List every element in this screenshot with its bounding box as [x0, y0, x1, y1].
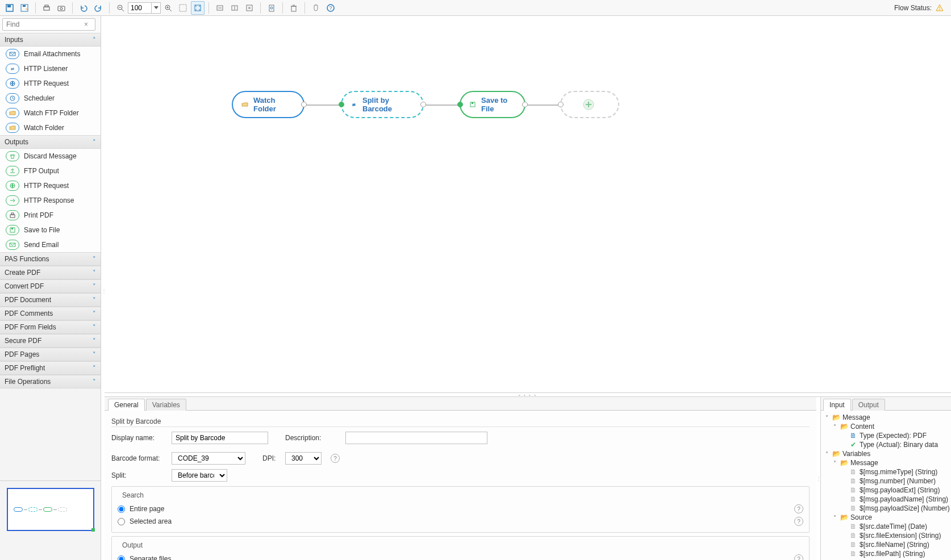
palette-item-http-request[interactable]: HTTP Request — [0, 76, 101, 91]
zoom-dropdown-icon[interactable] — [151, 3, 160, 13]
tree-src-var-1[interactable]: 🗎$[src.fileExtension] (String) — [822, 531, 950, 540]
fit-height-icon[interactable] — [228, 1, 241, 15]
section-title: Split by Barcode — [111, 417, 810, 427]
search-entire-help-icon[interactable]: ? — [794, 504, 803, 513]
overview-thumbnail[interactable] — [0, 480, 101, 560]
palette-item-email-attachments[interactable]: Email Attachments — [0, 47, 101, 61]
save-as-icon[interactable] — [18, 1, 31, 15]
search-entire-label: Entire page — [130, 505, 164, 513]
node-save[interactable]: Save to File — [460, 91, 525, 118]
tree-type-actual[interactable]: ✔Type (Actual): Binary data — [822, 440, 950, 449]
node-add[interactable] — [560, 91, 619, 118]
tree-content[interactable]: ˅📂Content — [822, 422, 950, 431]
print-icon[interactable] — [40, 1, 53, 15]
properties-pane: General Variables Split by Barcode Displ… — [105, 396, 951, 560]
undo-icon[interactable] — [77, 1, 90, 15]
palette-item-http-request[interactable]: HTTP Request — [0, 178, 101, 193]
search-selected-radio[interactable] — [118, 518, 125, 525]
fit-width-icon[interactable] — [213, 1, 227, 15]
flow-canvas[interactable]: Watch Folder⇄Split by BarcodeSave to Fil… — [105, 16, 951, 393]
search-selected-label: Selected area — [130, 517, 172, 525]
zoom-in-icon[interactable] — [161, 1, 175, 15]
description-label: Description: — [285, 434, 340, 442]
svg-rect-39 — [10, 215, 15, 218]
svg-point-21 — [270, 7, 273, 9]
mail-icon — [6, 240, 19, 250]
barcode-format-select[interactable]: CODE_39 — [172, 452, 245, 465]
palette-sidebar: × Inputs˄Email Attachments⇄HTTP Listener… — [0, 16, 101, 560]
tab-input[interactable]: Input — [823, 399, 851, 411]
palette-item-watch-folder[interactable]: Watch Folder — [0, 120, 101, 135]
display-name-field[interactable] — [172, 432, 268, 444]
svg-rect-20 — [269, 5, 274, 11]
tab-variables[interactable]: Variables — [146, 399, 186, 411]
tree-variables[interactable]: ˅📂Variables — [822, 449, 950, 458]
category-pas-functions[interactable]: PAS Functions˅ — [0, 252, 101, 266]
category-pdf-document[interactable]: PDF Document˅ — [0, 293, 101, 307]
zoom-out-icon[interactable] — [114, 1, 127, 15]
clear-find-icon[interactable]: × — [84, 20, 88, 28]
split-select[interactable]: Before barcode — [172, 469, 227, 482]
globe-icon — [6, 181, 19, 191]
category-pdf-comments[interactable]: PDF Comments˅ — [0, 307, 101, 320]
zoom-marquee-icon[interactable] — [176, 1, 190, 15]
palette-item-send-email[interactable]: Send Email — [0, 237, 101, 252]
palette-item-ftp-output[interactable]: FTP Output — [0, 164, 101, 178]
palette-item-http-listener[interactable]: ⇄HTTP Listener — [0, 61, 101, 76]
category-convert-pdf[interactable]: Convert PDF˅ — [0, 279, 101, 293]
validate-icon[interactable] — [265, 1, 278, 15]
zoom-input[interactable] — [128, 2, 161, 14]
redo-icon[interactable] — [91, 1, 105, 15]
tree-message[interactable]: ˅📂Message — [822, 413, 950, 422]
palette-item-print-pdf[interactable]: Print PDF — [0, 208, 101, 223]
actual-size-icon[interactable] — [243, 1, 256, 15]
tree-type-expected[interactable]: 🗎Type (Expected): PDF — [822, 431, 950, 440]
palette-item-watch-ftp-folder[interactable]: Watch FTP Folder — [0, 106, 101, 120]
tab-output[interactable]: Output — [852, 399, 885, 411]
tree-source[interactable]: ˅📂Source — [822, 513, 950, 522]
node-watch[interactable]: Watch Folder — [232, 91, 305, 118]
node-split[interactable]: ⇄Split by Barcode — [341, 91, 424, 118]
output-separate-help-icon[interactable]: ? — [794, 554, 803, 560]
dpi-select[interactable]: 300 — [285, 452, 322, 465]
search-entire-radio[interactable] — [118, 505, 125, 513]
tree-msg-var-1[interactable]: 🗎$[msg.number] (Number) — [822, 477, 950, 486]
tree-src-var-2[interactable]: 🗎$[src.fileName] (String) — [822, 540, 950, 549]
palette-item-save-to-file[interactable]: Save to File — [0, 223, 101, 237]
category-pdf-form-fields[interactable]: PDF Form Fields˅ — [0, 320, 101, 334]
delete-icon[interactable] — [287, 1, 301, 15]
category-create-pdf[interactable]: Create PDF˅ — [0, 266, 101, 279]
clock-icon — [6, 93, 19, 103]
search-selected-help-icon[interactable]: ? — [794, 517, 803, 526]
output-separate-radio[interactable] — [118, 555, 125, 561]
print-icon — [6, 210, 19, 220]
palette-item-scheduler[interactable]: Scheduler — [0, 91, 101, 106]
category-file-operations[interactable]: File Operations˅ — [0, 375, 101, 388]
tree-var-message[interactable]: ˅📂Message — [822, 458, 950, 467]
palette-item-http-response[interactable]: HTTP Response — [0, 193, 101, 208]
category-pdf-preflight[interactable]: PDF Preflight˅ — [0, 361, 101, 375]
main-toolbar: ? Flow Status: — [0, 0, 951, 16]
description-field[interactable] — [345, 432, 487, 444]
category-secure-pdf[interactable]: Secure PDF˅ — [0, 334, 101, 348]
tree-src-var-0[interactable]: 🗎$[src.dateTime] (Date) — [822, 522, 950, 531]
tree-msg-var-3[interactable]: 🗎$[msg.payloadName] (String) — [822, 495, 950, 504]
tab-general[interactable]: General — [108, 399, 145, 411]
category-outputs[interactable]: Outputs˄ — [0, 135, 101, 149]
help-icon[interactable]: ? — [324, 1, 337, 15]
tree-msg-var-4[interactable]: 🗎$[msg.payloadSize] (Number) — [822, 504, 950, 513]
tree-src-var-3[interactable]: 🗎$[src.filePath] (String) — [822, 549, 950, 558]
save-icon[interactable] — [3, 1, 16, 15]
find-input[interactable] — [2, 18, 95, 31]
inspector-splitter[interactable]: ⋮ — [816, 397, 820, 560]
snapshot-icon[interactable] — [55, 1, 68, 15]
category-pdf-pages[interactable]: PDF Pages˅ — [0, 348, 101, 361]
category-inputs[interactable]: Inputs˄ — [0, 33, 101, 47]
dpi-help-icon[interactable]: ? — [331, 454, 340, 463]
pan-icon[interactable] — [309, 1, 323, 15]
fit-page-icon[interactable] — [191, 1, 205, 15]
palette-item-discard-message[interactable]: Discard Message — [0, 149, 101, 164]
zoom-value-field[interactable] — [128, 4, 151, 12]
tree-msg-var-2[interactable]: 🗎$[msg.payloadExt] (String) — [822, 486, 950, 495]
tree-msg-var-0[interactable]: 🗎$[msg.mimeType] (String) — [822, 467, 950, 477]
